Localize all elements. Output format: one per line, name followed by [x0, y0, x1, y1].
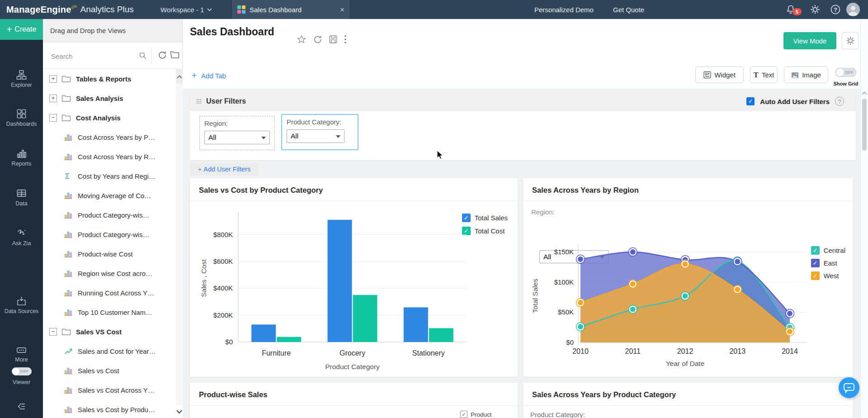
svg-text:?: ?: [834, 7, 837, 13]
tree-view-item[interactable]: Sales vs Cost by Produ…: [43, 400, 176, 418]
sidebar-item-explorer[interactable]: Explorer: [0, 70, 43, 89]
get-quote-link[interactable]: Get Quote: [613, 0, 644, 19]
bar-chart-icon: [64, 152, 73, 161]
add-tab-button[interactable]: + Add Tab: [192, 71, 226, 81]
dashboard-settings-button[interactable]: [842, 32, 859, 49]
svg-text:$800K: $800K: [213, 231, 233, 238]
more-options-kebab-icon[interactable]: [344, 34, 347, 44]
svg-text:$100K: $100K: [554, 278, 574, 286]
personalized-demo-link[interactable]: Personalized Demo: [534, 0, 594, 19]
main-scrollbar-thumb[interactable]: [862, 99, 867, 151]
tree-view-item[interactable]: Top 10 Customer Nam…: [43, 303, 176, 322]
tree-view-item[interactable]: Moving Average of Co…: [43, 186, 176, 205]
explorer-icon: [16, 70, 27, 80]
tree-view-item[interactable]: Sales vs Cost: [43, 361, 176, 380]
expand-toggle-icon[interactable]: +: [49, 95, 57, 102]
user-avatar[interactable]: [846, 3, 860, 16]
tree-folder[interactable]: −Cost Analysis: [43, 108, 176, 128]
tree-view-item[interactable]: Sales and Cost for Year…: [43, 342, 176, 361]
data-table-icon: [16, 188, 27, 199]
refresh-views-icon[interactable]: [157, 50, 167, 60]
bar-chart-icon: [64, 269, 73, 278]
widget-button[interactable]: Widget: [695, 66, 744, 83]
svg-text:$0: $0: [225, 338, 233, 346]
tree-folder[interactable]: −Sales VS Cost: [43, 322, 176, 342]
scroll-up-icon[interactable]: [176, 69, 183, 84]
viewer-toggle[interactable]: OFF: [12, 367, 32, 375]
legend-item[interactable]: ✓ Product: [460, 411, 492, 418]
create-button[interactable]: + Create: [0, 19, 43, 40]
sidebar-collapse-button[interactable]: [0, 402, 43, 413]
sidebar-item-data-sources[interactable]: Data Sources: [0, 296, 43, 315]
data-sources-icon: [16, 296, 27, 306]
refresh-icon[interactable]: [312, 34, 322, 44]
tree-scrollbar[interactable]: [176, 69, 183, 418]
user-filters-help-icon[interactable]: ?: [835, 97, 844, 106]
tree-view-item[interactable]: Sales vs Cost Across Y…: [43, 380, 176, 400]
chevron-down-icon: [336, 135, 340, 138]
search-input[interactable]: [50, 49, 140, 63]
tree-view-item[interactable]: Product Category-wis…: [43, 225, 176, 244]
card-sales-across-years-product-category: Sales Across Years by Product Category P…: [523, 383, 853, 418]
tree-folder[interactable]: +Tables & Reports: [43, 69, 176, 89]
tree-folder[interactable]: +Sales Analysis: [43, 89, 176, 108]
region-filter-box[interactable]: Region: All: [199, 116, 275, 150]
chevron-down-icon: [261, 137, 266, 139]
tree-view-item[interactable]: ΣCost by Years and Regi…: [43, 166, 176, 186]
drag-handle-icon[interactable]: [196, 99, 202, 104]
search-icon[interactable]: [139, 52, 147, 60]
title-actions: [297, 34, 347, 44]
sidebar-item-reports[interactable]: Reports: [0, 148, 43, 167]
region-filter-select[interactable]: All: [204, 131, 270, 144]
product-category-filter-box[interactable]: Product Category: All: [281, 114, 359, 150]
scroll-down-icon[interactable]: [176, 405, 183, 418]
auto-add-user-filters-checkbox[interactable]: ✓: [746, 97, 755, 105]
sidebar-item-data[interactable]: Data: [0, 188, 43, 207]
tree-view-item[interactable]: Product Category-wis…: [43, 205, 176, 225]
help-icon[interactable]: ?: [830, 4, 841, 15]
area-chart: $0$50K$100K$150K20102011201220132014Year…: [526, 228, 831, 373]
expand-toggle-icon[interactable]: +: [49, 75, 57, 83]
collapse-toggle-icon[interactable]: −: [49, 114, 57, 122]
folder-browse-icon[interactable]: [170, 51, 179, 59]
sidebar-item-more[interactable]: More: [0, 346, 43, 363]
person-icon: [846, 3, 860, 16]
bar-chart-icon: [64, 133, 73, 142]
show-grid-toggle[interactable]: OFF: [835, 68, 856, 77]
tree-view-item[interactable]: Product-wise Cost: [43, 244, 176, 264]
svg-text:$400K: $400K: [213, 284, 233, 292]
tree-view-item[interactable]: Cost Across Years by R…: [43, 147, 176, 166]
collapse-toggle-icon[interactable]: −: [49, 328, 57, 336]
view-mode-button[interactable]: View Mode: [783, 32, 836, 49]
scroll-up-icon[interactable]: [862, 90, 867, 96]
view-label: Cost Across Years by R…: [78, 153, 156, 161]
svg-text:Stationery: Stationery: [412, 349, 445, 357]
svg-text:2014: 2014: [782, 347, 798, 355]
product-category-filter-select[interactable]: All: [287, 129, 344, 143]
sidebar-item-ask-zia[interactable]: Ask Zia: [0, 228, 43, 247]
card-title: Sales Across Years by Product Category: [523, 383, 853, 406]
bar-chart-icon: [64, 308, 73, 317]
save-icon[interactable]: [328, 34, 338, 44]
chat-support-button[interactable]: [839, 377, 859, 398]
tab-sales-dashboard[interactable]: Sales Dashboard ×: [231, 0, 350, 19]
tree-view-item[interactable]: Running Cost Across Y…: [43, 283, 176, 303]
svg-text:2012: 2012: [677, 347, 693, 355]
tree-view-item[interactable]: Cost Across Years by P…: [43, 128, 176, 147]
favorite-star-icon[interactable]: [297, 34, 307, 44]
settings-gear-icon[interactable]: [810, 4, 821, 15]
plus-icon: +: [192, 71, 197, 81]
tab-close-icon[interactable]: ×: [340, 6, 344, 14]
legend-checkbox[interactable]: ✓: [460, 411, 467, 418]
tree-view-item[interactable]: Region wise Cost acro…: [43, 264, 176, 283]
brand-logo[interactable]: ManageEngine Analytics Plus: [6, 0, 134, 19]
add-user-filters-button[interactable]: +Add User Filters: [190, 163, 259, 176]
image-button[interactable]: Image: [784, 66, 828, 83]
sidebar-item-dashboards[interactable]: Dashboards: [0, 109, 43, 128]
main-scrollbar[interactable]: [860, 19, 868, 418]
folder-icon: [61, 75, 71, 83]
reports-bar-chart-icon: [16, 148, 27, 159]
view-label: Cost Across Years by P…: [78, 133, 155, 141]
workspace-dropdown[interactable]: Workspace - 1: [160, 0, 212, 19]
text-button[interactable]: T Text: [750, 66, 778, 83]
